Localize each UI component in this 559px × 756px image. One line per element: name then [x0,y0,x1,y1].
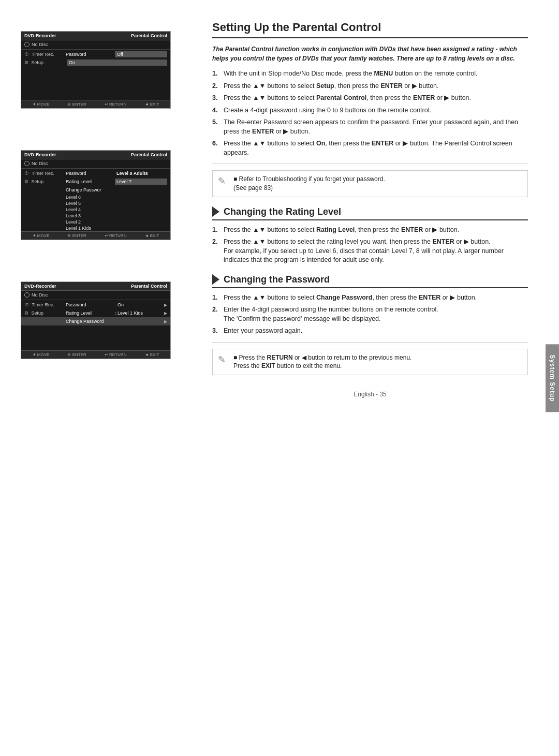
screen2-enter: ⊕ ENTER [67,233,86,238]
note-icon-1: ✎ [218,175,229,192]
screen-mockup-3: DVD-Recorder Parental Control No Disc ⏱ … [21,281,171,359]
screen-mockup-2: DVD-Recorder Parental Control No Disc ⏱ … [21,150,171,240]
section3: Changing the Password 1. Press the ▲▼ bu… [212,274,528,376]
screen1-row2: ⚙ Setup On [21,58,170,67]
screen1-body: No Disc ⏱ Timer Rec. Password Off ⚙ [21,40,170,100]
screen3-header: DVD-Recorder Parental Control [21,282,170,291]
screen2-level1kids: Level 1 Kids [63,225,170,231]
screen3-empty3 [21,342,170,350]
screen2-header: DVD-Recorder Parental Control [21,151,170,159]
section1-note: ✎ ■ Refer to Troubleshooting if you forg… [212,170,528,197]
screen2-return: ↩ RETURN [105,233,127,238]
screen2-password: Password [66,171,116,176]
screen3-rating-arrow: ▶ [164,311,167,316]
screen2-change-val: Change Passwor [66,187,167,192]
screen1-password-value: Off [115,51,167,57]
screen3-change-lbl: Change Password [66,319,164,324]
timer-icon-3: ⏱ [24,302,29,307]
screen1-header: DVD-Recorder Parental Control [21,32,170,40]
gear-icon-3: ⚙ [24,310,28,316]
step1-2: 2. Press the ▲▼ buttons to select Setup,… [212,82,528,91]
screen1-return: ↩ RETURN [105,102,127,107]
screen3-enter: ⊕ ENTER [67,352,86,357]
screen1-header-right: Parental Control [131,33,167,38]
screen1-no-disc: No Disc [21,40,170,49]
screen2-body: No Disc ⏱ Timer Rec. Password Level 8 Ad… [21,159,170,231]
screen2-rating-val: Level 7 [115,179,167,185]
screen2-no-disc: No Disc [21,159,170,168]
screen2-timer-row: ⏱ Timer Rec. Password Level 8 Adults [21,169,170,177]
screen3-setup: ⚙ Setup [24,310,66,316]
gear-icon-2: ⚙ [24,179,28,184]
screen3-exit: ◄ EXIT [145,352,159,357]
screen1-empty2 [21,75,170,83]
section3-title-container: Changing the Password [212,274,528,288]
screen2-exit: ◄ EXIT [145,233,159,238]
screen1-row1: ⏱ Timer Rec. Password Off [21,50,170,58]
timer-icon-2: ⏱ [24,171,29,176]
screen1-move: ✦ MOVE [33,102,50,107]
note1-content: ■ Refer to Troubleshooting if you forget… [233,175,522,192]
step3-2: 2. Enter the 4-digit password using the … [212,305,528,323]
screen2-level6: Level 6 [63,194,170,200]
screen3-move: ✦ MOVE [33,352,50,357]
screen1-exit: ◄ EXIT [145,102,159,107]
screen2-level4: Level 4 [63,206,170,213]
step1-1: 1. With the unit in Stop mode/No Disc mo… [212,69,528,79]
note3-content: ■ Press the RETURN or ◀ button to return… [233,353,522,371]
screen2-levels-list: Level 6 Level 5 Level 4 Level 3 Level 2 … [63,194,170,231]
section3-steps: 1. Press the ▲▼ buttons to select Change… [212,293,528,336]
screen1-empty3 [21,83,170,92]
step3-1: 1. Press the ▲▼ buttons to select Change… [212,293,528,303]
screen3-rating-lbl: Rating Level [66,310,115,316]
divider3 [212,342,528,343]
screen3-no-disc: No Disc [21,291,170,299]
step3-3: 3. Enter your password again. [212,327,528,336]
screen3-password-val: : On [115,302,164,307]
screen3-footer: ✦ MOVE ⊕ ENTER ↩ RETURN ◄ EXIT [21,350,170,359]
screen2-level2: Level 2 [63,219,170,225]
step1-4: 4. Create a 4-digit password using the 0… [212,106,528,115]
step1-5: 5. The Re-enter Password screen appears … [212,118,528,136]
step1-6: 6. Press the ▲▼ buttons to select On, th… [212,139,528,157]
screen2-setup-row: ⚙ Setup Rating Level Level 7 [21,177,170,186]
side-tab: System Setup [546,344,559,412]
section3-note: ✎ ■ Press the RETURN or ◀ button to retu… [212,349,528,376]
section1: Setting Up the Parental Control The Pare… [212,21,528,197]
page-footer: English - 35 [212,391,528,398]
screen1-setup-label: ⚙ Setup [24,60,66,65]
section2-title-container: Changing the Rating Level [212,206,528,220]
section2: Changing the Rating Level 1. Press the ▲… [212,206,528,265]
screen1-empty4 [21,92,170,100]
step2-1: 1. Press the ▲▼ buttons to select Rating… [212,226,528,235]
screen2-levels-spacer [21,194,63,231]
screen3-return: ↩ RETURN [105,352,127,357]
screen3-timer: ⏱ Timer Rec. [24,302,66,307]
screen3-change-row: Change Password ▶ [21,317,170,325]
screen1-empty1 [21,67,170,75]
section1-title: Setting Up the Parental Control [212,21,528,38]
screen1-password-label: Password [66,52,114,57]
screen3-password-lbl: Password [66,302,115,307]
screen1-on-value: On [67,60,167,66]
gear-icon: ⚙ [24,60,28,65]
screen3-header-right: Parental Control [131,284,167,289]
arrow-marker-2 [212,206,219,217]
screen2-move: ✦ MOVE [33,233,50,238]
screen1-header-left: DVD-Recorder [24,33,56,38]
step1-3: 3. Press the ▲▼ buttons to select Parent… [212,94,528,103]
screen3-header-left: DVD-Recorder [24,284,56,289]
side-tab-label: System Setup [549,354,556,402]
screen2-password-val: Level 8 Adults [116,171,167,176]
disc-icon-2 [24,161,30,166]
screen1-footer: ✦ MOVE ⊕ ENTER ↩ RETURN ◄ EXIT [21,100,170,108]
disc-icon [24,42,30,47]
screen2-level3: Level 3 [63,213,170,219]
footer-text: English - 35 [354,391,386,398]
screen2-header-left: DVD-Recorder [24,152,56,157]
screen2-level5: Level 5 [63,200,170,206]
screen2-change-row: Change Passwor [21,186,170,194]
note-icon-3: ✎ [218,353,229,371]
screen3-empty2 [21,334,170,342]
screen2-levels-container: Level 6 Level 5 Level 4 Level 3 Level 2 … [21,194,170,231]
